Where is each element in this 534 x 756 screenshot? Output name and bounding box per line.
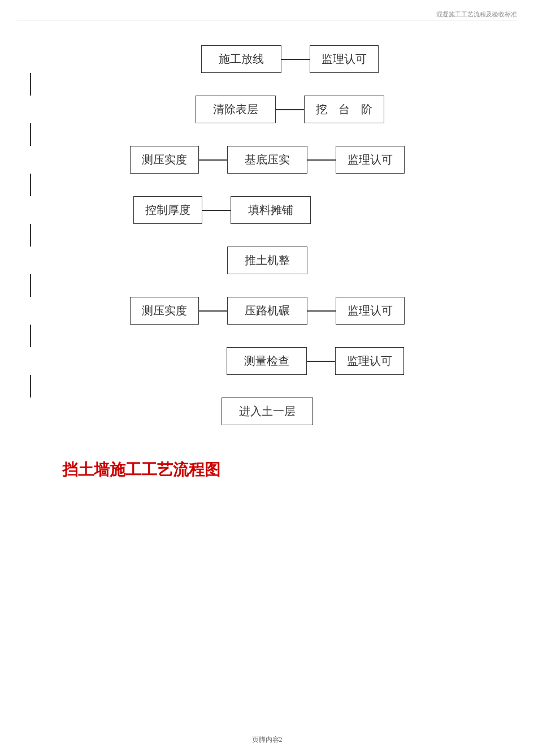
vline-6 xyxy=(30,325,31,347)
box-jianlí-renke-2: 监理认可 xyxy=(336,146,405,174)
box-jianlí-renke-1: 监理认可 xyxy=(310,45,379,73)
box-jidi-yashi: 基底压实 xyxy=(227,146,307,174)
box-jianlí-renke-3: 监理认可 xyxy=(336,297,405,325)
box-yaluji-nian: 压路机碾 xyxy=(227,297,307,325)
box-ce-ya-shidu-2: 测压实度 xyxy=(130,297,199,325)
flow-row-tianliao: 控制厚度 填料摊铺 xyxy=(70,196,465,224)
vline-7 xyxy=(30,375,31,398)
flow-row-yaluji: 测压实度 压路机碾 监理认可 xyxy=(70,297,465,325)
flow-row-qingchu: 清除表层 挖 台 阶 xyxy=(70,96,465,123)
hline-5a xyxy=(199,310,227,312)
box-qingchu-biaoceng: 清除表层 xyxy=(196,96,276,123)
box-jinru-tuyiceng: 进入土一层 xyxy=(222,398,313,425)
flow-row-tui: 推土机整 xyxy=(70,247,465,274)
box-tuituji-zheng: 推土机整 xyxy=(227,247,307,274)
flow-row-shigong: 施工放线 监理认可 xyxy=(70,45,465,73)
vline-4 xyxy=(30,224,31,247)
flow-row-jidi: 测压实度 基底压实 监理认可 xyxy=(70,146,465,174)
hline-2 xyxy=(276,109,304,110)
page-header: 混凝施工工艺流程及验收标准 xyxy=(436,10,517,19)
box-jianlí-renke-4: 监理认可 xyxy=(335,347,404,375)
box-tianliao-tanpu: 填料摊铺 xyxy=(231,196,311,224)
page-number: 页脚内容2 xyxy=(252,735,283,745)
section-title: 挡土墙施工工艺流程图 xyxy=(62,459,220,481)
vline-1 xyxy=(30,73,31,96)
flow-row-celiang: 测量检查 监理认可 xyxy=(70,347,465,375)
vline-5 xyxy=(30,274,31,297)
vline-3 xyxy=(30,174,31,196)
hline-1 xyxy=(281,59,310,60)
top-line xyxy=(17,20,517,20)
box-kongzhi-houdu: 控制厚度 xyxy=(133,196,202,224)
flowchart: 施工放线 监理认可 清除表层 挖 台 阶 测压实度 基底压实 监理认可 xyxy=(70,45,465,425)
flow-row-jinru: 进入土一层 xyxy=(70,398,465,425)
hline-6b xyxy=(307,361,335,362)
vline-2 xyxy=(30,123,31,146)
hline-4a xyxy=(202,210,231,211)
hline-3a xyxy=(199,159,227,161)
box-shigong-fangxian: 施工放线 xyxy=(201,45,281,73)
hline-5b xyxy=(307,310,336,312)
box-wa-tai-jie: 挖 台 阶 xyxy=(304,96,384,123)
hline-3b xyxy=(307,159,336,161)
box-celiang-jiancha: 测量检查 xyxy=(227,347,307,375)
box-ce-ya-shidu-1: 测压实度 xyxy=(130,146,199,174)
main-content: 施工放线 监理认可 清除表层 挖 台 阶 测压实度 基底压实 监理认可 xyxy=(0,0,534,481)
